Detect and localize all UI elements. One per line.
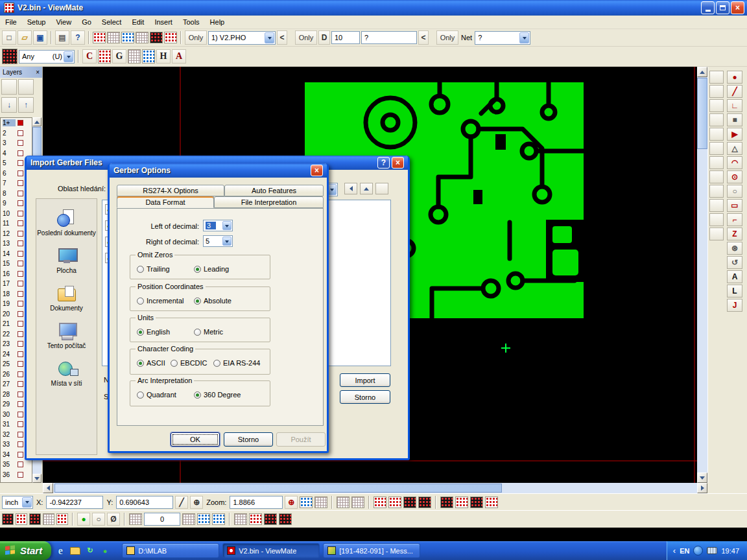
query-object-icon[interactable] [121,32,134,43]
origin-marker-button[interactable] [197,513,210,525]
layer-color-swatch[interactable] [18,452,23,458]
layer-color-swatch[interactable] [18,140,23,146]
menu-view[interactable]: View [51,16,77,28]
dropdown-arrow-icon[interactable] [22,497,32,508]
measure-distance-icon[interactable] [107,32,120,43]
tool-text-icon[interactable]: A [727,270,742,283]
print-button[interactable]: ▤ [55,30,69,45]
layer-color-swatch[interactable] [18,261,23,266]
flash-display-button[interactable] [403,496,416,508]
tool-select-icon[interactable]: ● [727,71,742,84]
layer-color-swatch[interactable] [18,301,23,307]
select-window-icon[interactable] [136,32,148,43]
menu-insert[interactable]: Insert [149,16,178,28]
layer-config-4-button[interactable] [43,513,54,525]
active-dcode-field[interactable]: 0 [144,513,180,526]
origin-button[interactable]: ⊕ [190,496,203,509]
dialog-close-button[interactable]: × [392,157,404,169]
update-tray-icon[interactable] [693,546,703,555]
scroll-thumb[interactable] [697,78,707,149]
layer-color-swatch[interactable] [18,130,23,136]
radio-leading[interactable]: Leading [194,265,229,273]
highlight-dcode-icon[interactable] [93,32,106,43]
unit-combo[interactable]: inch [2,496,33,509]
only-net-toggle[interactable]: Only [436,30,458,45]
tool-pad-icon[interactable]: ■ [727,113,742,126]
aperture-h-button[interactable]: H [156,49,171,64]
right-of-decimal-combo[interactable]: 5 [203,235,233,247]
radio-metric[interactable]: Metric [194,328,223,336]
grid-display-button[interactable] [337,496,350,508]
task-viewmate[interactable]: V2.bin - ViewMate [222,543,320,558]
dropdown-arrow-icon[interactable] [519,32,529,43]
menu-tools[interactable]: Tools [178,16,205,28]
layer-pattern-3-button[interactable] [470,496,483,508]
scroll-up-arrow[interactable] [697,67,707,77]
measure-tool-icon[interactable] [709,142,724,155]
layer-color-swatch[interactable] [18,251,23,257]
layers-panel-header[interactable]: Layers × [0,67,42,78]
radio-quadrant[interactable]: Quadrant [137,391,176,399]
minimize-button[interactable] [701,1,715,14]
layer-color-swatch[interactable] [18,351,23,357]
dropdown-arrow-icon[interactable] [222,237,231,246]
scroll-thumb[interactable] [54,484,502,493]
outline-display-button[interactable] [418,496,431,508]
aperture-table-button[interactable] [129,513,142,525]
radio-trailing[interactable]: Trailing [137,265,170,273]
scroll-left-arrow[interactable] [43,483,53,493]
dropdown-arrow-icon[interactable] [222,221,231,230]
dcode-query-field[interactable]: ? [361,31,417,44]
layer-color-swatch[interactable] [18,220,23,226]
tool-polyline-icon[interactable]: ∟ [727,99,742,112]
scroll-up-arrow[interactable] [32,117,42,126]
internet-explorer-icon[interactable]: e [54,545,66,557]
radio-eia-rs244[interactable]: EIA RS-244 [213,359,260,367]
close-button[interactable]: × [731,1,744,14]
aperture-grid-icon[interactable] [142,49,155,64]
dialog-help-button[interactable]: ? [377,157,390,169]
magnifier-icon[interactable] [709,185,724,198]
dcode-flash-icon[interactable] [709,71,724,84]
place-recent-documents[interactable]: Poslední dokumenty [36,209,97,237]
task-mlab-folder[interactable]: D:\MLAB [122,543,219,558]
tab-data-format[interactable]: Data Format [117,196,214,208]
open-file-button[interactable]: ▱ [18,30,32,45]
layer-color-swatch[interactable] [18,361,23,367]
snap-mode-icon[interactable] [709,170,724,183]
up-folder-button[interactable] [360,183,373,194]
tool-asterisk-icon[interactable]: ⊛ [727,242,742,255]
measure-mode-button[interactable]: ╱ [175,496,188,509]
pad-display-button[interactable] [374,496,386,508]
layer-config-3-button[interactable] [29,513,41,525]
new-file-button[interactable]: □ [2,30,16,45]
import-button[interactable]: Import [340,373,390,387]
view-menu-button[interactable] [375,183,388,194]
layer-colors-button[interactable] [18,79,34,95]
layer-color-swatch[interactable] [18,401,23,407]
mirror-icon[interactable] [709,228,724,240]
tool-arc-icon[interactable]: ◠ [727,156,742,169]
task-messenger[interactable]: [191-482-091] - Mess... [323,543,420,558]
layer-config-1-button[interactable] [2,513,14,525]
layer-color-swatch[interactable] [18,170,23,176]
layer-color-swatch[interactable] [18,281,23,286]
layer-row[interactable]: 1+ [1,118,32,128]
swap-layer-icon[interactable] [709,199,724,212]
layer-color-swatch[interactable] [18,271,23,277]
gerber-dialog-titlebar[interactable]: Gerber Options × [110,163,327,178]
layer-pattern-1-button[interactable] [440,496,453,508]
layers-panel-close-icon[interactable]: × [36,69,40,76]
scroll-down-arrow[interactable] [32,474,42,483]
tool-triangle-icon[interactable]: △ [727,142,742,155]
quick-launch-refresh-icon[interactable]: ↻ [84,545,96,557]
layer-color-swatch[interactable] [18,150,23,156]
layer-color-swatch[interactable] [18,381,23,387]
grid-setup-icon[interactable] [709,156,724,169]
layer-color-swatch[interactable] [18,432,23,438]
pad-stack-icon[interactable] [709,113,724,126]
layer-color-swatch[interactable] [18,331,23,337]
dcode-number-field[interactable]: 10 [331,31,360,44]
quick-launch-folder-icon[interactable] [69,545,81,557]
place-desktop[interactable]: Plocha [36,247,97,274]
